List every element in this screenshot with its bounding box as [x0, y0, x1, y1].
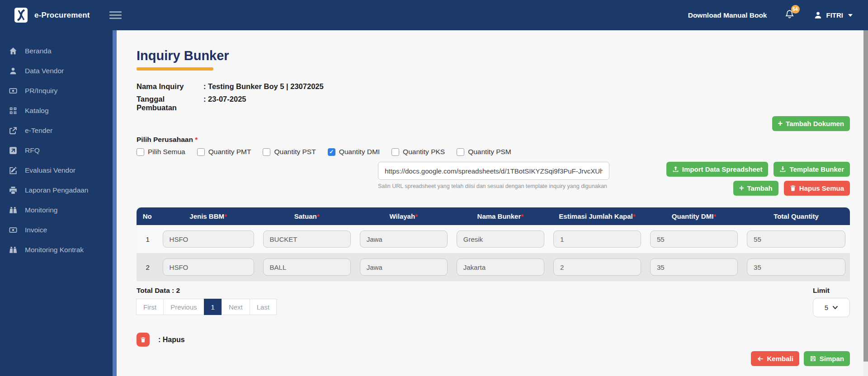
person-icon — [9, 67, 17, 75]
hapus-semua-button[interactable]: Hapus Semua — [784, 181, 850, 196]
cell-input-jenis-bbm[interactable]: HSFO — [163, 230, 254, 248]
pencil-square-icon — [9, 166, 17, 174]
sidebar-item-label: Evaluasi Vendor — [25, 166, 75, 174]
brand-title: e-Procurement — [34, 11, 90, 20]
sidebar-item-pr-inquiry[interactable]: PR/Inquiry — [0, 81, 117, 101]
table-row: 1HSFOBUCKETJawaGresik15555 — [137, 225, 850, 253]
inquiry-name-value: : Testing Bunker Boy 5 | 23072025 — [203, 82, 324, 91]
cell-input-estimasi-jumlah-kapal[interactable]: 1 — [553, 230, 641, 248]
sidebar-item-evaluasi-vendor[interactable]: Evaluasi Vendor — [0, 160, 117, 180]
page-button-1[interactable]: 1 — [204, 299, 222, 315]
cell-input-quantity-dmi[interactable]: 55 — [650, 230, 738, 248]
hamburger-menu-icon[interactable] — [108, 7, 123, 24]
sidebar-item-label: e-Tender — [25, 127, 52, 135]
column-header-jenis-bbm: Jenis BBM* — [158, 207, 259, 225]
printer-icon — [9, 186, 17, 194]
page-scrollbar-thumb[interactable] — [863, 30, 868, 362]
cell-input-quantity-dmi[interactable]: 35 — [650, 258, 738, 276]
hapus-legend-icon — [137, 333, 150, 347]
sidebar-item-invoice[interactable]: Invoice — [0, 220, 117, 240]
chevron-down-icon — [848, 14, 853, 17]
sidebar-item-laporan-pengadaan[interactable]: Laporan Pengadaan — [0, 180, 117, 200]
page-button-previous[interactable]: Previous — [163, 299, 204, 315]
sidebar-item-data-vendor[interactable]: Data Vendor — [0, 61, 117, 81]
plus-icon: + — [739, 184, 744, 192]
spreadsheet-url-input[interactable] — [378, 162, 609, 180]
limit-label: Limit — [813, 287, 830, 295]
kembali-button[interactable]: Kembali — [751, 351, 799, 366]
cell-input-nama-bunker[interactable]: Jakarta — [457, 258, 544, 276]
checkbox-unchecked-icon[interactable] — [457, 148, 464, 156]
checkbox-quantity-pks[interactable]: Quantity PKS — [392, 148, 445, 156]
sidebar-item-label: Invoice — [25, 226, 47, 234]
brand[interactable]: e-Procurement — [0, 8, 102, 23]
required-asterisk: * — [317, 212, 320, 220]
trash-icon — [790, 185, 796, 192]
limit-select[interactable]: 5 — [813, 298, 850, 317]
notification-badge: 54 — [791, 5, 800, 14]
created-date-label: Tanggal Pembuatan — [137, 95, 203, 112]
sidebar-item-label: Monitoring — [25, 206, 57, 214]
checkbox-unchecked-icon[interactable] — [263, 148, 270, 156]
cell-input-estimasi-jumlah-kapal[interactable]: 2 — [553, 258, 641, 276]
tambah-button[interactable]: + Tambah — [733, 181, 778, 196]
sidebar-item-beranda[interactable]: Beranda — [0, 41, 117, 61]
simpan-button[interactable]: Simpan — [804, 351, 850, 366]
trash-icon — [140, 337, 146, 343]
required-asterisk: * — [224, 212, 227, 220]
checkbox-label: Pilih Semua — [148, 148, 185, 156]
upload-icon — [672, 166, 679, 173]
cash-icon — [9, 87, 17, 95]
checkbox-label: Quantity DMI — [339, 148, 380, 156]
sidebar-item-monitoring-kontrak[interactable]: Monitoring Kontrak — [0, 240, 117, 260]
cell-input-jenis-bbm[interactable]: HSFO — [163, 258, 254, 276]
page-title: Inquiry Bunker — [137, 48, 850, 63]
arrow-up-right-square-icon — [9, 146, 17, 155]
download-icon — [779, 166, 786, 173]
binoculars-icon — [9, 246, 17, 254]
sidebar-scrollbar[interactable] — [113, 30, 117, 376]
checkbox-checked-icon[interactable]: ✓ — [328, 148, 335, 156]
page-button-next[interactable]: Next — [222, 299, 250, 315]
cell-input-total-quantity[interactable]: 55 — [747, 230, 845, 248]
column-header-satuan: Satuan* — [259, 207, 355, 225]
user-menu[interactable]: FITRI — [814, 11, 853, 19]
download-manual-link[interactable]: Download Manual Book — [688, 11, 767, 19]
arrow-left-icon — [757, 356, 764, 362]
cell-input-nama-bunker[interactable]: Gresik — [457, 230, 544, 248]
title-underline — [137, 67, 213, 70]
cell-input-satuan[interactable]: BUCKET — [263, 230, 351, 248]
checkbox-quantity-pmt[interactable]: Quantity PMT — [197, 148, 251, 156]
checkbox-quantity-dmi[interactable]: ✓Quantity DMI — [328, 148, 380, 156]
pilih-perusahaan-label: Pilih Perusahaan * — [137, 136, 850, 144]
plus-icon: + — [778, 119, 783, 127]
cell-input-total-quantity[interactable]: 35 — [747, 258, 845, 276]
chevron-down-icon — [832, 306, 838, 310]
cell-input-wilayah[interactable]: Jawa — [360, 230, 448, 248]
sidebar-item-katalog[interactable]: Katalog — [0, 101, 117, 121]
checkbox-unchecked-icon[interactable] — [392, 148, 399, 156]
sidebar-item-monitoring[interactable]: Monitoring — [0, 200, 117, 220]
binoculars-icon — [9, 206, 17, 214]
checkbox-unchecked-icon[interactable] — [197, 148, 205, 156]
notifications-button[interactable]: 54 — [784, 9, 795, 22]
sidebar-item-e-tender[interactable]: e-Tender — [0, 121, 117, 141]
checkbox-quantity-psm[interactable]: Quantity PSM — [457, 148, 511, 156]
sidebar-item-label: Beranda — [25, 47, 52, 55]
checkbox-quantity-pst[interactable]: Quantity PST — [263, 148, 316, 156]
checkbox-unchecked-icon[interactable] — [137, 148, 144, 156]
tambah-dokumen-button[interactable]: + Tambah Dokumen — [772, 116, 850, 131]
cell-input-wilayah[interactable]: Jawa — [360, 258, 448, 276]
cell-input-satuan[interactable]: BALL — [263, 258, 351, 276]
import-spreadsheet-button[interactable]: Import Data Spreadsheet — [666, 162, 769, 177]
checkbox-label: Quantity PMT — [208, 148, 251, 156]
page-button-first[interactable]: First — [136, 299, 164, 315]
page-button-last[interactable]: Last — [250, 299, 277, 315]
template-bunker-button[interactable]: Template Bunker — [774, 162, 850, 177]
checkbox-pilih-semua[interactable]: Pilih Semua — [137, 148, 185, 156]
page-scrollbar-track[interactable] — [863, 30, 868, 376]
sidebar-item-rfq[interactable]: RFQ — [0, 141, 117, 160]
box-arrow-icon — [9, 127, 17, 135]
inquiry-name-label: Nama Inquiry — [137, 82, 203, 91]
checkbox-label: Quantity PST — [274, 148, 316, 156]
